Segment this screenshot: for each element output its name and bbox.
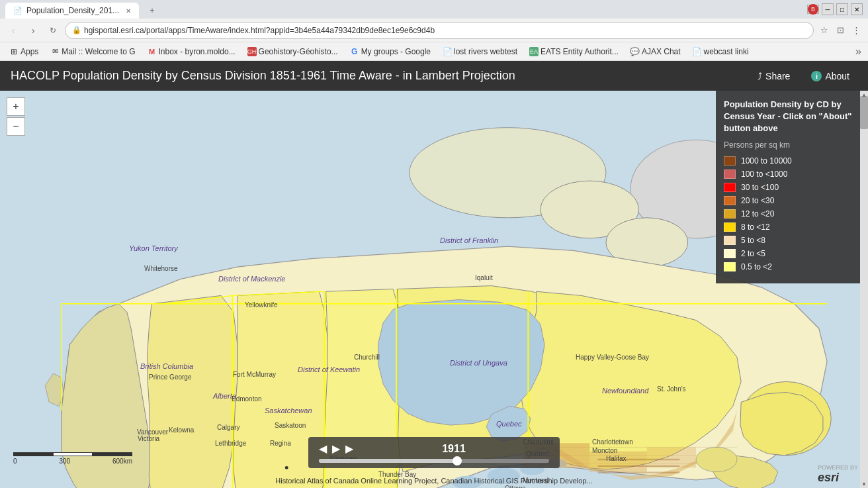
active-tab[interactable]: 📄 Population_Density_201... ✕ <box>5 3 139 19</box>
legend-item-3: 20 to <30 <box>724 196 860 205</box>
bookmark-star-icon[interactable]: ☆ <box>818 24 831 37</box>
tab-area: 📄 Population_Density_201... ✕ + <box>5 0 804 19</box>
apps-icon: ⊞ <box>9 47 19 56</box>
window-controls: B ─ □ ✕ <box>807 3 863 15</box>
legend-swatch-3 <box>724 196 736 205</box>
map-container[interactable]: Yukon Territory District of Mackenzie Di… <box>0 91 868 488</box>
bookmark-eats[interactable]: EA EATS Entity Authorit... <box>524 46 624 58</box>
time-next-button[interactable]: ▶ <box>332 442 340 455</box>
chat-icon: 💬 <box>630 47 640 56</box>
kelowna-label: Kelowna <box>169 426 194 434</box>
legend-label-7: 2 to <5 <box>741 249 765 258</box>
page-icon: 📄 <box>443 47 452 56</box>
new-tab-button[interactable]: + <box>139 3 165 19</box>
time-slider-track[interactable] <box>319 459 549 463</box>
legend-item-7: 2 to <5 <box>724 249 860 258</box>
scale-label-0: 0 <box>13 458 17 465</box>
attribution-text: Historical Atlas of Canada Online Learni… <box>275 477 592 485</box>
tab-close-button[interactable]: ✕ <box>126 7 131 15</box>
bookmark-geo-label: Geohistory-Géohisto... <box>259 47 338 56</box>
bookmark-webcast[interactable]: 📄 webcast linki <box>687 46 754 58</box>
bookmark-apps-label: Apps <box>21 47 38 56</box>
scrollbar-down-arrow[interactable]: ▼ <box>860 480 868 488</box>
bookmark-ajax[interactable]: 💬 AJAX Chat <box>625 46 686 58</box>
esri-brand-text: esri <box>818 471 839 484</box>
bookmark-gmail[interactable]: M Inbox - byron.moldo... <box>142 46 241 58</box>
chrome-cast-icon[interactable]: ⊡ <box>834 24 847 37</box>
time-play-button[interactable]: ▶ <box>345 442 353 455</box>
legend-label-3: 20 to <30 <box>741 196 774 205</box>
header-actions: ⤴ Share i About <box>750 68 857 84</box>
bookmark-webcast-label: webcast linki <box>704 47 749 56</box>
forward-button[interactable]: › <box>25 23 41 38</box>
browser-frame: 📄 Population_Density_201... ✕ + B ─ □ ✕ … <box>0 0 868 488</box>
about-label: About <box>825 71 849 81</box>
yellowknife-label: Yellowknife <box>245 301 278 309</box>
maximize-button[interactable]: □ <box>836 3 848 15</box>
bookmark-geo[interactable]: GH Geohistory-Géohisto... <box>242 46 343 58</box>
moncton-label: Moncton <box>592 447 617 454</box>
edmonton-label: Edmonton <box>232 395 262 403</box>
eats-icon: EA <box>529 47 539 56</box>
time-prev-button[interactable]: ◀ <box>319 442 327 455</box>
churchill-label: Churchill <box>354 354 380 361</box>
halifax-label: Halifax <box>606 455 627 462</box>
about-button[interactable]: i About <box>803 68 857 84</box>
bookmark-gmail-label: Inbox - byron.moldo... <box>159 47 236 56</box>
close-button[interactable]: ✕ <box>851 3 863 15</box>
quebec-label: Quebec <box>496 420 522 428</box>
legend-unit-label: Persons per sq km <box>724 140 860 150</box>
more-bookmarks-button[interactable]: » <box>853 46 864 58</box>
minimize-button[interactable]: ─ <box>822 3 834 15</box>
settings-icon[interactable]: ⋮ <box>849 24 863 37</box>
powered-by-text: POWERED BY <box>818 464 858 471</box>
scale-label-600: 600km <box>112 458 132 465</box>
legend-swatch-8 <box>724 262 736 271</box>
newfoundland-label: Newfoundland <box>602 387 648 395</box>
time-slider-thumb[interactable] <box>453 456 462 465</box>
user-icon-area: B <box>807 5 819 14</box>
scrollbar-thumb[interactable] <box>860 96 868 129</box>
google-groups-icon: G <box>350 47 359 56</box>
map-zoom-controls: + − <box>7 97 25 136</box>
scale-labels: 0 300 600km <box>13 458 132 465</box>
scrollbar-up-arrow[interactable]: ▲ <box>860 91 868 99</box>
bookmark-groups-label: My groups - Google <box>361 47 431 56</box>
bookmark-apps[interactable]: ⊞ Apps <box>4 46 44 58</box>
legend-label-5: 8 to <12 <box>741 222 770 232</box>
address-bar: ‹ › ↻ 🔒 hgisportal.esri.ca/portal/apps/T… <box>0 19 868 42</box>
legend-swatch-7 <box>724 249 736 258</box>
ssl-lock-icon: 🔒 <box>72 26 81 34</box>
bookmark-mail-label: Mail :: Welcome to G <box>62 47 135 56</box>
zoom-out-button[interactable]: − <box>7 117 25 136</box>
whitehorse-label: Whitehorse <box>144 265 178 272</box>
legend-label-4: 12 to <20 <box>741 209 774 219</box>
legend-item-0: 1000 to 10000 <box>724 156 860 166</box>
app-header: HACOLP Population Density by Census Divi… <box>0 61 868 91</box>
legend-item-5: 8 to <12 <box>724 222 860 232</box>
legend-title: Population Density by CD by Census Year … <box>724 99 860 135</box>
scale-ruler: 0 300 600km <box>13 452 132 465</box>
time-slider: ◀ ▶ ▶ 1911 <box>308 437 560 468</box>
mackenzie-label: District of Mackenzie <box>218 275 285 283</box>
title-bar: 📄 Population_Density_201... ✕ + B ─ □ ✕ <box>0 0 868 19</box>
legend-scrollbar[interactable]: ▲ ▼ <box>860 91 868 488</box>
bookmark-mail[interactable]: ✉ Mail :: Welcome to G <box>45 46 140 58</box>
share-button[interactable]: ⤴ Share <box>750 68 798 84</box>
iqaluit-label: Iqaluit <box>475 274 493 281</box>
regina-label: Regina <box>270 440 291 447</box>
url-bar[interactable]: 🔒 hgisportal.esri.ca/portal/apps/TimeAwa… <box>65 22 814 39</box>
refresh-button[interactable]: ↻ <box>45 23 61 38</box>
zoom-in-button[interactable]: + <box>7 97 25 116</box>
bookmark-rivers[interactable]: 📄 lost rivers webtest <box>437 46 523 58</box>
sask-label: Saskatchewan <box>265 407 312 415</box>
legend-swatch-0 <box>724 156 736 166</box>
time-year-display: 1911 <box>359 443 549 455</box>
legend-label-6: 5 to <8 <box>741 236 765 245</box>
fort-mcmurray-label: Fort McMurray <box>233 371 276 378</box>
legend-swatch-2 <box>724 183 736 192</box>
st-johns-label: St. John's <box>657 385 686 393</box>
bookmark-groups[interactable]: G My groups - Google <box>345 46 436 58</box>
back-button[interactable]: ‹ <box>5 23 21 38</box>
legend-label-1: 100 to <1000 <box>741 170 787 179</box>
